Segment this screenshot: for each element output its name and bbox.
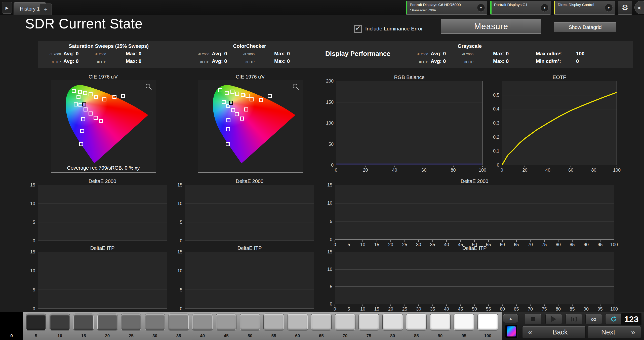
pattern-level-label: 70 bbox=[333, 333, 357, 338]
y-tick-label: 0 bbox=[27, 238, 35, 244]
include-luminance-checkbox[interactable]: ✓ bbox=[354, 25, 362, 33]
pattern-level-slot: 55 bbox=[262, 312, 286, 340]
pattern-level-swatch[interactable] bbox=[288, 314, 308, 330]
metric-label: dE2000 bbox=[43, 52, 61, 56]
max-value: Max: 0 bbox=[493, 58, 509, 64]
pattern-level-label: 65 bbox=[309, 333, 333, 338]
chevron-down-icon[interactable]: ▼ bbox=[477, 4, 485, 12]
measurement-counter: 123 bbox=[621, 313, 641, 325]
next-button[interactable]: Next » bbox=[588, 326, 641, 338]
pattern-level-slot: 50 bbox=[238, 312, 262, 340]
metric-label: dE2000 bbox=[89, 52, 106, 56]
pattern-level-swatch[interactable] bbox=[97, 314, 117, 330]
measurement-target-square bbox=[241, 93, 245, 97]
y-tick-label: 5 bbox=[174, 287, 182, 293]
y-tick-label: 10 bbox=[174, 201, 182, 206]
metric-label: dEITP bbox=[89, 60, 106, 64]
settings-button[interactable]: ⚙ bbox=[618, 1, 632, 15]
measurement-target-square bbox=[74, 102, 78, 106]
chart-title: DeltaE ITP bbox=[335, 245, 614, 251]
x-tick-label: 45 bbox=[458, 307, 463, 312]
plot-area bbox=[335, 185, 614, 240]
measurement-target-square bbox=[268, 94, 272, 98]
avg-value: Avg: 0 bbox=[212, 58, 227, 64]
pattern-level-swatch[interactable] bbox=[454, 314, 474, 330]
pattern-level-label: 40 bbox=[191, 333, 215, 338]
measurement-target-square bbox=[230, 90, 234, 94]
x-tick-label: 40 bbox=[444, 307, 449, 312]
refresh-button[interactable] bbox=[605, 314, 622, 324]
pattern-level-label: 50 bbox=[238, 333, 262, 338]
zoom-icon[interactable] bbox=[292, 83, 299, 90]
pattern-level-label: 90 bbox=[428, 333, 452, 338]
zoom-icon[interactable] bbox=[145, 83, 152, 90]
refresh-icon bbox=[610, 315, 617, 323]
chart-title: DeltaE 2000 bbox=[38, 178, 167, 184]
show-datagrid-button[interactable]: Show Datagrid bbox=[554, 22, 616, 32]
pattern-level-swatch[interactable] bbox=[145, 314, 165, 330]
pattern-level-slot: 75 bbox=[357, 312, 381, 340]
section-title: Saturation Sweeps (25% Sweeps) bbox=[43, 43, 174, 49]
metric-label: dEITP bbox=[237, 60, 255, 64]
metric-label: dE2000 bbox=[411, 52, 428, 56]
meter-dropdown[interactable]: Portrait Displays C6 HDR5000 * Panasonic… bbox=[406, 1, 487, 15]
pattern-level-slot: 45 bbox=[214, 312, 238, 340]
y-tick-label: 0 bbox=[27, 306, 35, 312]
pattern-level-swatch[interactable] bbox=[335, 314, 355, 330]
pattern-level-swatch[interactable] bbox=[169, 314, 189, 330]
page-title: SDR Current State bbox=[25, 16, 143, 32]
y-tick-label: 0 bbox=[324, 237, 332, 242]
pattern-level-swatch[interactable] bbox=[406, 314, 426, 330]
y-axis-labels: 151050 bbox=[324, 252, 332, 304]
y-tick-label: 15 bbox=[324, 182, 332, 188]
metric-label: dE2000 bbox=[456, 52, 473, 56]
measure-button[interactable]: Measure bbox=[441, 19, 541, 34]
chevron-down-icon[interactable]: ▼ bbox=[541, 4, 549, 12]
plot-area bbox=[502, 81, 617, 165]
pattern-level-swatch[interactable] bbox=[430, 314, 450, 330]
pattern-level-swatch[interactable] bbox=[0, 312, 23, 332]
panel-toggle-button[interactable]: ▶ bbox=[2, 2, 12, 14]
x-tick-label: 0 bbox=[501, 168, 503, 173]
pattern-level-swatch[interactable] bbox=[478, 314, 498, 330]
pattern-level-swatch[interactable] bbox=[121, 314, 141, 330]
pattern-level-swatch[interactable] bbox=[216, 314, 236, 330]
pattern-level-swatch[interactable] bbox=[264, 314, 284, 330]
chart-title: DeltaE ITP bbox=[185, 245, 314, 251]
stop-button[interactable] bbox=[525, 314, 541, 324]
y-axis-labels: 151050 bbox=[324, 185, 332, 240]
continuous-measure-button[interactable]: ∞ bbox=[585, 314, 602, 324]
measurement-controls: ▲ ∞ 123 « Back bbox=[502, 312, 644, 340]
pattern-level-swatch[interactable] bbox=[311, 314, 331, 330]
y-tick-label: 0.3 bbox=[490, 121, 499, 126]
pattern-level-swatch[interactable] bbox=[50, 314, 70, 330]
play-button[interactable] bbox=[545, 314, 562, 324]
reference-target-square bbox=[229, 101, 233, 105]
pattern-level-label: 0 bbox=[0, 333, 23, 338]
x-axis-labels: 0510152025303540455055606570758085909510… bbox=[335, 305, 614, 312]
max-value: Max: 0 bbox=[493, 51, 509, 57]
source-dropdown[interactable]: Portrait Displays G1 ▼ bbox=[490, 1, 551, 15]
pattern-level-swatch[interactable] bbox=[359, 314, 379, 330]
pattern-level-swatch[interactable] bbox=[192, 314, 213, 330]
pattern-level-swatch[interactable] bbox=[383, 314, 403, 330]
pattern-level-slot: 5 bbox=[24, 312, 48, 340]
measurement-target-square bbox=[81, 117, 85, 121]
infinity-icon: ∞ bbox=[591, 315, 596, 323]
display-control-dropdown[interactable]: Direct Display Control ▼ bbox=[554, 1, 615, 15]
y-tick-label: 5 bbox=[27, 220, 35, 225]
pattern-level-swatch[interactable] bbox=[73, 314, 94, 330]
include-luminance-label: Include Luminance Error bbox=[365, 26, 423, 32]
single-measure-button[interactable] bbox=[566, 314, 582, 324]
add-tab-button[interactable]: + bbox=[40, 4, 52, 15]
collapse-panel-button[interactable]: ◀ bbox=[634, 1, 644, 14]
chevron-down-icon[interactable]: ▼ bbox=[605, 4, 613, 12]
collapse-pattern-bar-button[interactable]: ▲ bbox=[503, 314, 518, 323]
pattern-window-icon[interactable] bbox=[505, 325, 518, 338]
measurement-target-square bbox=[235, 92, 239, 96]
back-button[interactable]: « Back bbox=[522, 326, 586, 338]
pattern-level-swatch[interactable] bbox=[240, 314, 260, 330]
pattern-level-swatch[interactable] bbox=[26, 314, 46, 330]
y-tick-label: 150 bbox=[324, 100, 334, 105]
pattern-level-slot: 100 bbox=[476, 312, 500, 340]
